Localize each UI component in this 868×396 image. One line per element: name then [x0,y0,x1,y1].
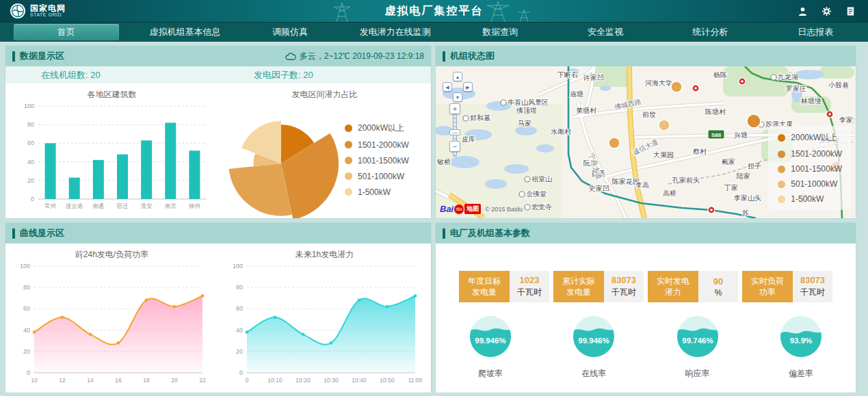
panel-title: 数据显示区 [20,50,64,62]
svg-text:10: 10 [31,377,38,384]
stat-card-label: 实时负荷功率 [742,271,793,302]
baidu-logo[interactable]: Bai [440,204,453,214]
panel-data-display-body: 在线机组数: 20发电因子数: 20 各地区建筑数 020406080100常州… [5,66,431,218]
svg-text:11:00: 11:00 [408,377,423,384]
gauge-label: 爬坡率 [478,368,503,380]
unit-marker-3[interactable] [747,114,761,128]
stat-card-label: 年度目标发电量 [459,271,510,302]
nav-item-7[interactable]: 日志报表 [763,23,868,42]
map-legend-item-1: 1501-2000kW [778,149,842,159]
legend-dot [778,166,785,173]
legend-dot [345,141,352,148]
svg-text:18: 18 [143,377,150,384]
svg-text:60: 60 [27,140,34,146]
nav-item-4[interactable]: 数据查询 [448,23,553,42]
map-pan-right-button[interactable]: ▶ [463,82,473,92]
baidu-logo-paw[interactable]: du [454,204,464,214]
map-legend: 2000kW以上1501-2000kW1001-1500kW501-1000kW… [768,126,852,210]
svg-text:80: 80 [27,121,34,128]
svg-text:80: 80 [236,284,243,291]
map-pan-up-button[interactable]: ▲ [453,72,462,81]
gauge-label: 响应率 [685,368,710,380]
svg-text:16: 16 [115,377,122,384]
baidu-map[interactable]: S88下断石许家凹庙塘牛首山风景区佛顶塔郑和墓马家菜塘村前坟水阁村阮家颜圣史家凹… [436,66,856,218]
panel-params-body: 年度目标发电量1023千瓦时累计实际发电量83073千瓦时实时发电潜力90%实时… [436,243,856,393]
svg-text:陈塘村: 陈塘村 [705,108,726,116]
nav-item-6[interactable]: 统计分析 [658,23,763,42]
liquid-gauge: 99.946% [469,315,512,358]
user-icon[interactable] [798,6,808,16]
map-pan-down-button[interactable]: ▼ [453,92,462,102]
svg-text:100: 100 [233,263,243,269]
svg-text:0: 0 [239,369,243,376]
legend-dot [345,188,352,196]
map-zoom-out-button[interactable]: − [449,141,460,152]
nav-item-1[interactable]: 虚拟机组基本信息 [133,23,238,42]
svg-text:丁家: 丁家 [724,184,738,192]
svg-text:陆家: 陆家 [737,172,750,180]
map-pan-left-button[interactable]: ◀ [443,82,452,92]
pie-legend-item-0: 2000kW以上 [345,122,409,134]
gauges-row: 99.946%爬坡率99.946%在线率99.746%响应率93.9%偏差率 [436,302,856,380]
nav-item-0[interactable]: 首页 [14,24,119,40]
svg-text:淮安: 淮安 [141,202,153,209]
svg-text:祖堂山: 祖堂山 [531,175,552,183]
svg-text:宏觉寺: 宏觉寺 [531,203,552,211]
baidu-logo-map[interactable]: 地图 [464,204,481,214]
svg-text:前坟: 前坟 [642,111,656,118]
unit-marker-0[interactable] [609,137,620,148]
svg-text:60: 60 [23,305,30,312]
svg-text:水阁村: 水阁村 [551,128,572,135]
svg-text:敏桥: 敏桥 [437,158,451,166]
legend-dot [345,124,352,132]
main-nav: 首页虚拟机组基本信息调频仿真发电潜力在线监测数据查询安全监视统计分析日志报表 [0,22,868,42]
panel-unit-status: 机组状态图 S88下断石许家凹庙塘牛首山风景区佛顶塔郑和墓马家菜塘村前坟水阁村阮… [436,46,856,218]
nav-item-5[interactable]: 安全监视 [553,23,658,42]
unit-marker-1[interactable] [671,81,682,92]
stat-cards-row: 年度目标发电量1023千瓦时累计实际发电量83073千瓦时实时发电潜力90%实时… [436,243,856,302]
report-icon[interactable] [845,6,856,16]
svg-text:林塘埂: 林塘埂 [800,97,821,105]
panel-params: 电厂及机组基本参数 年度目标发电量1023千瓦时累计实际发电量83073千瓦时实… [436,223,856,393]
bar-chart-plot: 020406080100常州连云港南通宿迁淮安南京徐州 [5,101,218,215]
svg-text:徐州: 徐州 [189,202,200,209]
panel-title: 曲线显示区 [20,227,64,239]
svg-text:菜塘村: 菜塘村 [576,107,597,114]
svg-text:连云港: 连云港 [66,202,83,209]
svg-text:许家凹: 许家凹 [583,74,604,81]
nav-item-3[interactable]: 发电潜力在线监测 [343,23,448,42]
nav-item-2[interactable]: 调频仿真 [237,23,343,42]
gauge-在线率: 99.946%在线率 [572,315,616,380]
map-zoom-in-button[interactable]: + [449,103,460,114]
svg-text:10:10: 10:10 [267,377,282,384]
pie-legend: 2000kW以上1501-2000kW1001-1500kW501-1000kW… [345,122,409,197]
panel-params-header: 电厂及机组基本参数 [436,223,856,243]
svg-text:兴塘: 兴塘 [734,131,748,139]
svg-text:40: 40 [236,327,243,334]
svg-text:担子: 担子 [748,162,761,170]
svg-text:罗家庄: 罗家庄 [786,85,806,92]
stat-card-value: 83073千瓦时 [604,271,644,302]
panel-curves: 曲线显示区 前24h发电/负荷功率 0204060801001012141618… [5,223,431,393]
legend-dot [345,172,352,180]
svg-text:14: 14 [87,377,94,384]
settings-icon[interactable] [821,6,832,16]
svg-text:99.946%: 99.946% [579,336,609,345]
map-zoom-slider-handle[interactable]: — [449,129,460,135]
metro-station-icon-1 [739,78,746,85]
baidu-attribution: Bai du 地图 © 2015 Baidu [440,204,523,214]
svg-text:小股巷: 小股巷 [828,81,849,89]
stat-card-value: 83073千瓦时 [793,271,832,302]
pie-legend-item-2: 1001-1500kW [345,156,409,166]
area-chart-plot: 02040608010010121416182022 [5,261,211,391]
legend-dot [778,150,785,158]
svg-text:李家山头: 李家山头 [734,194,761,202]
svg-text:S88: S88 [711,132,722,138]
legend-dot [778,134,785,142]
svg-text:0: 0 [27,369,30,376]
svg-text:下断石: 下断石 [557,71,578,79]
pie-chart-plot [218,101,345,218]
unit-marker-2[interactable] [659,120,670,131]
stat-card-value: 90% [698,271,738,302]
svg-text:20: 20 [171,377,178,384]
